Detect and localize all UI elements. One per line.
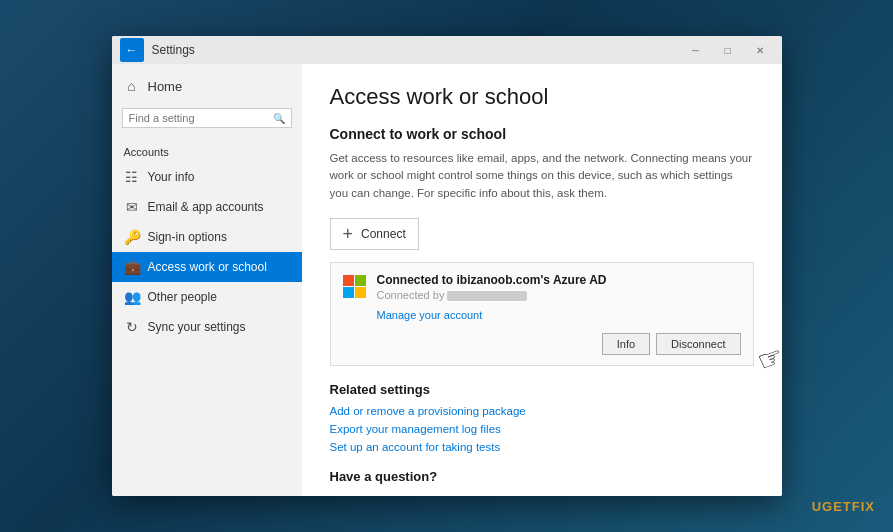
your-info-icon: ☷	[124, 169, 140, 185]
other-people-label: Other people	[148, 290, 217, 304]
back-button[interactable]: ←	[120, 38, 144, 62]
ms-logo-blue	[343, 287, 354, 298]
sign-in-icon: 🔑	[124, 229, 140, 245]
window-title: Settings	[152, 43, 682, 57]
watermark-suffix: FIX	[852, 499, 875, 514]
connect-button[interactable]: + Connect	[330, 218, 419, 250]
sidebar-item-home[interactable]: ⌂ Home	[112, 72, 302, 100]
watermark: UGETFIX	[812, 499, 875, 514]
window-controls: ─ □ ✕	[682, 40, 774, 60]
disconnect-button[interactable]: Disconnect	[656, 333, 740, 355]
connected-by: Connected by	[377, 289, 741, 301]
connected-info: Connected to ibizanoob.com's Azure AD Co…	[377, 273, 741, 323]
search-input[interactable]	[129, 112, 269, 124]
email-label: Email & app accounts	[148, 200, 264, 214]
sidebar-item-access-work-school[interactable]: 💼 Access work or school	[112, 252, 302, 282]
page-title: Access work or school	[330, 84, 754, 110]
related-link-provisioning[interactable]: Add or remove a provisioning package	[330, 405, 754, 417]
info-button[interactable]: Info	[602, 333, 650, 355]
connected-by-value	[447, 291, 527, 301]
related-link-management[interactable]: Export your management log files	[330, 423, 754, 435]
back-icon: ←	[126, 43, 138, 57]
manage-account-link[interactable]: Manage your account	[377, 309, 483, 321]
sidebar: ⌂ Home 🔍 Accounts ☷ Your info ✉ Email & …	[112, 64, 302, 496]
main-panel: Access work or school Connect to work or…	[302, 64, 782, 496]
sign-in-label: Sign-in options	[148, 230, 227, 244]
search-box[interactable]: 🔍	[122, 108, 292, 128]
sidebar-item-sign-in-options[interactable]: 🔑 Sign-in options	[112, 222, 302, 252]
connect-label: Connect	[361, 227, 406, 241]
search-icon: 🔍	[273, 113, 285, 124]
email-icon: ✉	[124, 199, 140, 215]
ms-logo-yellow	[355, 287, 366, 298]
connect-section-title: Connect to work or school	[330, 126, 754, 142]
watermark-accent: ET	[833, 499, 852, 514]
watermark-prefix: UG	[812, 499, 834, 514]
sidebar-item-your-info[interactable]: ☷ Your info	[112, 162, 302, 192]
ms-logo-green	[355, 275, 366, 286]
connected-name: Connected to ibizanoob.com's Azure AD	[377, 273, 741, 287]
work-school-icon: 💼	[124, 259, 140, 275]
connect-description: Get access to resources like email, apps…	[330, 150, 754, 202]
microsoft-logo	[343, 275, 367, 299]
sync-label: Sync your settings	[148, 320, 246, 334]
plus-icon: +	[343, 225, 354, 243]
titlebar: ← Settings ─ □ ✕	[112, 36, 782, 64]
sidebar-item-sync-settings[interactable]: ↻ Sync your settings	[112, 312, 302, 342]
ms-logo-red	[343, 275, 354, 286]
work-school-label: Access work or school	[148, 260, 267, 274]
close-button[interactable]: ✕	[746, 40, 774, 60]
sync-icon: ↻	[124, 319, 140, 335]
related-settings-title: Related settings	[330, 382, 754, 397]
your-info-label: Your info	[148, 170, 195, 184]
connected-actions: Info Disconnect	[343, 333, 741, 355]
accounts-section-label: Accounts	[112, 136, 302, 162]
home-icon: ⌂	[124, 78, 140, 94]
other-people-icon: 👥	[124, 289, 140, 305]
maximize-button[interactable]: □	[714, 40, 742, 60]
sidebar-item-other-people[interactable]: 👥 Other people	[112, 282, 302, 312]
related-link-tests[interactable]: Set up an account for taking tests	[330, 441, 754, 453]
minimize-button[interactable]: ─	[682, 40, 710, 60]
sidebar-item-email-app-accounts[interactable]: ✉ Email & app accounts	[112, 192, 302, 222]
hand-cursor-icon: ☞	[753, 339, 782, 379]
connected-account-card: Connected to ibizanoob.com's Azure AD Co…	[330, 262, 754, 366]
home-label: Home	[148, 79, 183, 94]
have-question: Have a question?	[330, 469, 754, 484]
